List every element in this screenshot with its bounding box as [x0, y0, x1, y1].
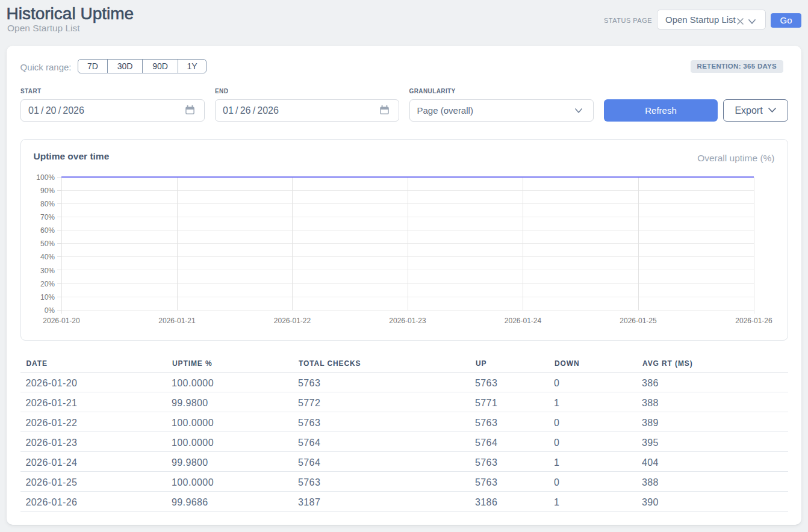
svg-text:100%: 100%	[36, 173, 55, 182]
svg-text:2026-01-21: 2026-01-21	[158, 317, 196, 325]
svg-text:40%: 40%	[40, 253, 54, 261]
svg-text:70%: 70%	[40, 213, 54, 221]
svg-text:80%: 80%	[40, 200, 54, 208]
svg-text:2026-01-20: 2026-01-20	[43, 317, 80, 325]
svg-text:2026-01-24: 2026-01-24	[504, 317, 541, 325]
svg-text:2026-01-26: 2026-01-26	[735, 317, 772, 325]
svg-text:50%: 50%	[40, 240, 54, 248]
svg-text:2026-01-22: 2026-01-22	[273, 317, 311, 325]
svg-text:2026-01-23: 2026-01-23	[389, 317, 426, 325]
svg-text:0%: 0%	[44, 306, 55, 315]
svg-text:2026-01-25: 2026-01-25	[620, 317, 657, 325]
svg-text:60%: 60%	[40, 226, 54, 235]
svg-text:90%: 90%	[40, 187, 54, 195]
svg-text:20%: 20%	[40, 280, 54, 288]
svg-text:10%: 10%	[40, 293, 54, 302]
svg-text:30%: 30%	[40, 267, 54, 275]
